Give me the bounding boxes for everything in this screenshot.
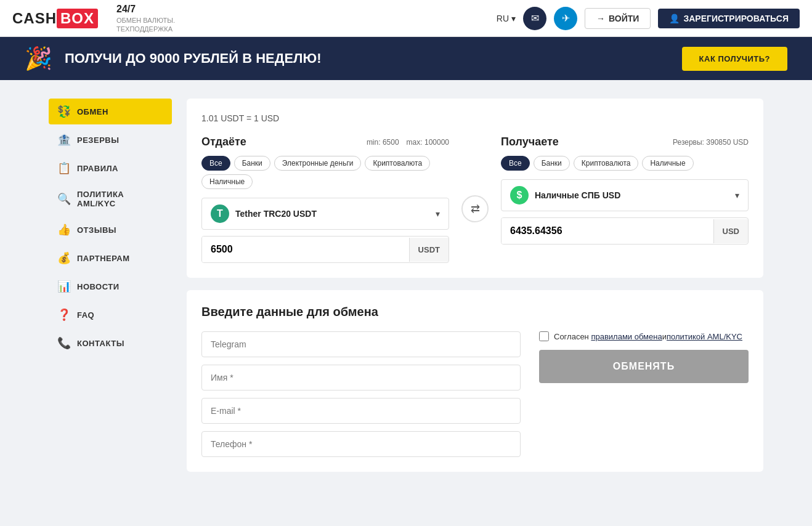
logo-box: BOX <box>57 9 98 28</box>
receive-filter-cash[interactable]: Наличные <box>642 156 693 171</box>
give-max: max: 100000 <box>407 138 449 147</box>
swap-button[interactable]: ⇄ <box>461 195 489 222</box>
banner-text: ПОЛУЧИ ДО 9000 РУБЛЕЙ В НЕДЕЛЮ! <box>65 51 670 67</box>
receive-title: Получаете <box>501 136 559 148</box>
sidebar-item-exchange[interactable]: 💱 ОБМЕН <box>49 99 172 124</box>
header: CASHBOX 24/7 ОБМЕН ВАЛЮТЫ.ТЕХПОДДЕРЖКА R… <box>0 0 812 37</box>
receive-column: Получаете Резервы: 390850 USD Все Банки … <box>501 136 749 245</box>
register-button[interactable]: 👤 ЗАРЕГИСТРИРОВАТЬСЯ <box>658 9 800 28</box>
exchange-submit-button[interactable]: ОБМЕНЯТЬ <box>539 350 749 383</box>
tether-icon: T <box>211 204 229 223</box>
receive-currency-left: $ Наличные СПБ USD <box>510 186 620 204</box>
receive-filter-banks[interactable]: Банки <box>534 156 570 171</box>
sidebar-item-faq[interactable]: ❓ FAQ <box>49 302 172 328</box>
receive-currency-name: Наличные СПБ USD <box>535 190 620 200</box>
chevron-down-icon: ▾ <box>511 14 516 23</box>
give-filter-cash[interactable]: Наличные <box>201 174 253 189</box>
partners-icon: 💰 <box>57 251 71 265</box>
promo-banner: 🎉 ПОЛУЧИ ДО 9000 РУБЛЕЙ В НЕДЕЛЮ! КАК ПО… <box>0 37 812 80</box>
give-filter-banks[interactable]: Банки <box>234 156 270 171</box>
sidebar-item-reviews[interactable]: 👍 ОТЗЫВЫ <box>49 217 172 243</box>
receive-filter-all[interactable]: Все <box>501 156 530 171</box>
receive-reserves: Резервы: 390850 USD <box>673 138 749 147</box>
give-currency-left: T Tether TRC20 USDT <box>211 204 317 223</box>
sidebar-label-faq: FAQ <box>77 310 94 320</box>
logo[interactable]: CASHBOX <box>12 9 98 28</box>
agree-row: Согласен правилами обменаиполитикой AML/… <box>539 331 749 341</box>
register-icon: 👤 <box>669 14 680 23</box>
sidebar-item-news[interactable]: 📊 НОВОСТИ <box>49 273 172 299</box>
sidebar-label-policy: ПОЛИТИКА AML/KYC <box>77 190 163 208</box>
sidebar-label-news: НОВОСТИ <box>77 282 120 291</box>
reviews-icon: 👍 <box>57 223 71 237</box>
receive-currency-select[interactable]: $ Наличные СПБ USD ▾ <box>501 179 749 211</box>
policy-link[interactable]: политикой AML/KYC <box>667 332 742 341</box>
email-icon[interactable]: ✉ <box>523 7 546 30</box>
sidebar-label-reviews: ОТЗЫВЫ <box>77 225 116 235</box>
give-amount-row: USDT <box>201 236 449 263</box>
give-header: Отдаёте min: 6500 max: 100000 <box>201 136 449 148</box>
give-filters: Все Банки Электронные деньги Криптовалют… <box>201 156 449 189</box>
name-field[interactable] <box>201 365 521 390</box>
agree-checkbox[interactable] <box>539 331 549 341</box>
give-chevron-icon: ▾ <box>436 209 440 219</box>
logo-cash: CASH <box>12 10 57 27</box>
form-left <box>201 331 521 457</box>
exchange-card: 1.01 USDT = 1 USD Отдаёте min: 6500 max:… <box>187 99 763 278</box>
usd-icon: $ <box>510 186 529 204</box>
banner-icon: 🎉 <box>25 46 52 71</box>
support-hours: 24/7 <box>116 3 175 16</box>
support-text: ОБМЕН ВАЛЮТЫ.ТЕХПОДДЕРЖКА <box>116 16 175 34</box>
give-filter-electronic[interactable]: Электронные деньги <box>274 156 362 171</box>
rules-icon: 📋 <box>57 161 71 175</box>
receive-header: Получаете Резервы: 390850 USD <box>501 136 749 148</box>
give-meta: min: 6500 max: 100000 <box>367 138 449 147</box>
receive-amount-row: USD <box>501 217 749 245</box>
main-layout: 💱 ОБМЕН 🏦 РЕЗЕРВЫ 📋 ПРАВИЛА 🔍 ПОЛИТИКА A… <box>36 99 776 472</box>
give-currency-select[interactable]: T Tether TRC20 USDT ▾ <box>201 198 449 230</box>
give-currency-code: USDT <box>409 238 449 262</box>
phone-field[interactable] <box>201 431 521 457</box>
content-area: 1.01 USDT = 1 USD Отдаёте min: 6500 max:… <box>187 99 763 472</box>
receive-meta: Резервы: 390850 USD <box>673 138 749 147</box>
sidebar-label-exchange: ОБМЕН <box>77 107 108 116</box>
exchange-icon: 💱 <box>57 105 71 118</box>
give-min: min: 6500 <box>367 138 399 147</box>
exchange-columns: Отдаёте min: 6500 max: 100000 Все Ба <box>201 136 749 263</box>
sidebar-item-rules[interactable]: 📋 ПРАВИЛА <box>49 155 172 181</box>
login-arrow-icon: → <box>596 14 605 23</box>
give-column: Отдаёте min: 6500 max: 100000 Все Ба <box>201 136 449 263</box>
rules-link[interactable]: правилами обмена <box>591 332 662 341</box>
sidebar-label-rules: ПРАВИЛА <box>77 164 118 173</box>
policy-icon: 🔍 <box>57 192 71 206</box>
give-amount-input[interactable] <box>202 237 409 262</box>
form-title: Введите данные для обмена <box>201 305 749 319</box>
sidebar-item-policy[interactable]: 🔍 ПОЛИТИКА AML/KYC <box>49 184 172 214</box>
login-label: ВОЙТИ <box>609 14 639 23</box>
lang-label: RU <box>497 14 509 23</box>
sidebar-item-partners[interactable]: 💰 ПАРТНЕРАМ <box>49 245 172 271</box>
email-field[interactable] <box>201 398 521 424</box>
agree-label: Согласен правилами обменаиполитикой AML/… <box>554 332 742 341</box>
sidebar-item-reserves[interactable]: 🏦 РЕЗЕРВЫ <box>49 127 172 153</box>
register-label: ЗАРЕГИСТРИРОВАТЬСЯ <box>683 14 789 23</box>
give-filter-all[interactable]: Все <box>201 156 230 171</box>
contacts-icon: 📞 <box>57 336 71 350</box>
banner-button[interactable]: КАК ПОЛУЧИТЬ? <box>682 47 787 71</box>
receive-amount-input[interactable] <box>501 218 713 244</box>
give-filter-crypto[interactable]: Криптовалюта <box>365 156 430 171</box>
news-icon: 📊 <box>57 280 71 293</box>
receive-filter-crypto[interactable]: Криптовалюта <box>574 156 639 171</box>
sidebar-item-contacts[interactable]: 📞 КОНТАКТЫ <box>49 330 172 356</box>
receive-currency-code: USD <box>713 219 748 243</box>
login-button[interactable]: → ВОЙТИ <box>585 8 651 29</box>
reserves-icon: 🏦 <box>57 133 71 147</box>
sidebar-label-contacts: КОНТАКТЫ <box>77 339 124 348</box>
rate-info: 1.01 USDT = 1 USD <box>201 113 749 123</box>
sidebar: 💱 ОБМЕН 🏦 РЕЗЕРВЫ 📋 ПРАВИЛА 🔍 ПОЛИТИКА A… <box>49 99 172 472</box>
give-currency-name: Tether TRC20 USDT <box>235 209 317 219</box>
telegram-icon[interactable]: ✈ <box>554 7 577 30</box>
telegram-field[interactable] <box>201 331 521 357</box>
receive-chevron-icon: ▾ <box>735 190 739 200</box>
lang-selector[interactable]: RU ▾ <box>497 14 516 23</box>
